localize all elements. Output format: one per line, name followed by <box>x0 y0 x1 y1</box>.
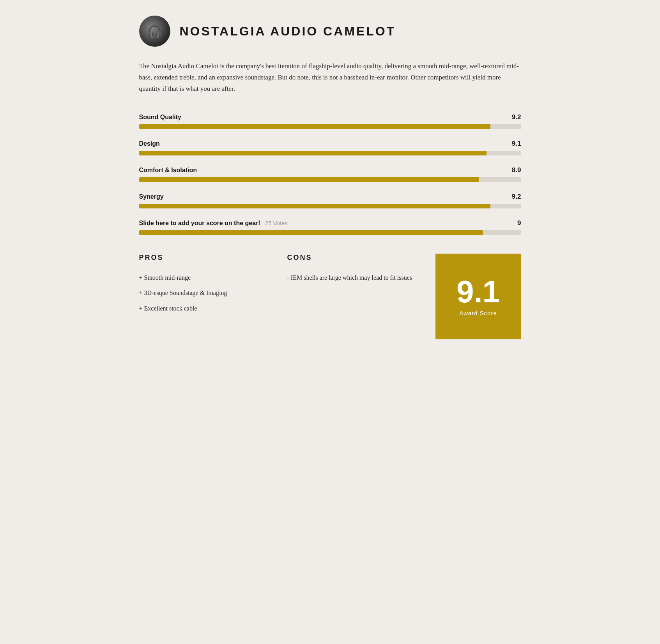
rating-label: Sound Quality <box>139 114 181 121</box>
pros-item: + Smooth mid-range <box>139 273 272 283</box>
cons-item: - IEM shells are large which may lead to… <box>287 273 420 283</box>
bar-fill <box>139 230 483 235</box>
bar-track <box>139 177 521 182</box>
rating-value: 8.9 <box>512 166 521 174</box>
award-score-label: Award Score <box>459 310 497 316</box>
headphone-icon: 🎧 <box>147 24 163 39</box>
pros-items: + Smooth mid-range+ 3D-esque Soundstage … <box>139 273 272 314</box>
rating-label: Synergy <box>139 193 164 200</box>
bar-track <box>139 124 521 129</box>
pros-item: + Excellent stock cable <box>139 303 272 314</box>
rating-value: 9.1 <box>512 140 521 148</box>
rating-value: 9.2 <box>512 113 521 121</box>
award-box: 9.1 Award Score <box>435 254 521 339</box>
rating-value: 9 <box>517 219 521 227</box>
product-title: NOSTALGIA AUDIO CAMELOT <box>180 24 396 39</box>
rating-row: Synergy9.2 <box>139 193 521 208</box>
rating-row: Design9.1 <box>139 140 521 155</box>
cons-items: - IEM shells are large which may lead to… <box>287 273 420 283</box>
rating-row[interactable]: Slide here to add your score on the gear… <box>139 219 521 235</box>
bar-track[interactable] <box>139 230 521 235</box>
cons-title: CONS <box>287 254 420 262</box>
pros-item: + 3D-esque Soundstage & Imaging <box>139 288 272 298</box>
bar-track <box>139 204 521 208</box>
rating-value: 9.2 <box>512 193 521 201</box>
product-header: 🎧 NOSTALGIA AUDIO CAMELOT <box>139 16 521 47</box>
bar-fill <box>139 204 491 208</box>
pros-cons-section: PROS + Smooth mid-range+ 3D-esque Sounds… <box>139 254 521 339</box>
rating-row: Sound Quality9.2 <box>139 113 521 129</box>
product-description: The Nostalgia Audio Camelot is the compa… <box>139 61 521 95</box>
bar-fill <box>139 151 487 155</box>
bar-track <box>139 151 521 155</box>
ratings-section: Sound Quality9.2Design9.1Comfort & Isola… <box>139 113 521 235</box>
product-logo: 🎧 <box>139 16 170 47</box>
rating-label: Comfort & Isolation <box>139 167 197 174</box>
rating-votes: 25 Votes <box>265 220 288 226</box>
bar-fill <box>139 124 491 129</box>
bar-fill <box>139 177 479 182</box>
rating-label: Design <box>139 140 160 147</box>
cons-column: CONS - IEM shells are large which may le… <box>287 254 435 288</box>
pros-column: PROS + Smooth mid-range+ 3D-esque Sounds… <box>139 254 287 319</box>
rating-row: Comfort & Isolation8.9 <box>139 166 521 182</box>
rating-label: Slide here to add your score on the gear… <box>139 220 288 227</box>
award-score-number: 9.1 <box>457 276 500 307</box>
pros-title: PROS <box>139 254 272 262</box>
